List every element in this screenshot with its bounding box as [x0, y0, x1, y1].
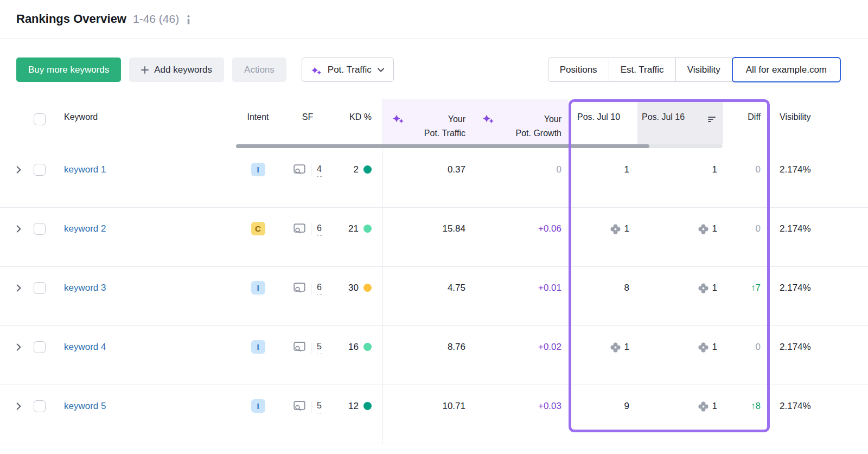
divider [311, 342, 311, 354]
expand-row-icon[interactable] [16, 225, 21, 233]
select-all-checkbox[interactable] [34, 113, 46, 125]
pot-traffic-value: 10.71 [442, 399, 465, 413]
row-checkbox[interactable] [34, 282, 46, 294]
col-header-keyword[interactable]: Keyword [53, 99, 232, 144]
results-range: 1-46 (46) [133, 12, 179, 25]
kd-value: 16 [348, 340, 359, 354]
serp-features-icon[interactable] [293, 164, 305, 178]
pos-jul16-value: 1 [712, 399, 717, 413]
serp-features-count[interactable]: 6 [317, 281, 322, 295]
pot-growth-value: +0.03 [538, 399, 561, 413]
divider [311, 283, 311, 295]
col-header-pos-jul10[interactable]: Pos. Jul 10 [568, 99, 637, 144]
col-header-intent[interactable]: Intent [232, 99, 284, 144]
pot-growth-value: 0 [557, 163, 561, 177]
serp-features-count[interactable]: 5 [317, 340, 322, 354]
expand-row-icon[interactable] [16, 402, 21, 410]
serp-features-icon[interactable] [293, 401, 305, 414]
table-row: keyword 1 I 4 2 0.37 0 1 1 0 2.174% [0, 149, 868, 208]
tab-est-traffic[interactable]: Est. Traffic [609, 57, 676, 82]
expand-row-icon[interactable] [16, 166, 21, 174]
kd-value: 2 [354, 163, 359, 177]
horizontal-scrollbar [0, 144, 868, 149]
pot-growth-value: +0.06 [538, 222, 561, 236]
serp-features-count[interactable]: 4 [317, 163, 322, 177]
row-checkbox[interactable] [34, 164, 46, 176]
serp-features-count[interactable]: 6 [317, 222, 322, 236]
pos-jul16-value: 1 [712, 340, 717, 354]
add-keywords-button[interactable]: Add keywords [129, 57, 224, 82]
serp-features-count[interactable]: 5 [317, 399, 322, 413]
tab-positions[interactable]: Positions [548, 57, 609, 82]
serp-feature-position-icon [698, 401, 709, 414]
serp-feature-position-icon [610, 224, 621, 237]
sparkles-icon [393, 114, 404, 124]
visibility-value: 2.174% [780, 399, 811, 413]
plus-icon [141, 66, 149, 74]
col-header-pot-growth[interactable]: YourPot. Growth [475, 99, 568, 144]
table-row: keyword 4 I 5 16 8.76 +0.02 1 1 0 2.1 [0, 326, 868, 385]
col-header-visibility[interactable]: Visibility [770, 99, 852, 144]
col-header-pos-jul16[interactable]: Pos. Jul 16 [637, 99, 723, 144]
visibility-value: 2.174% [780, 281, 811, 295]
row-checkbox[interactable] [34, 341, 46, 353]
kd-difficulty-dot [363, 343, 372, 351]
sparkles-icon [483, 114, 494, 124]
expand-row-icon[interactable] [16, 284, 21, 292]
metric-dropdown[interactable]: Pot. Traffic [302, 57, 394, 82]
kd-value: 30 [348, 281, 359, 295]
pos-jul10-value: 1 [624, 163, 629, 177]
diff-value: 0 [756, 340, 761, 354]
intent-badge: I [251, 163, 265, 176]
serp-features-icon[interactable] [293, 283, 305, 296]
kd-value: 21 [348, 222, 359, 236]
row-checkbox[interactable] [34, 223, 46, 235]
tab-visibility[interactable]: Visibility [675, 57, 732, 82]
keyword-link[interactable]: keyword 3 [64, 281, 106, 295]
col-header-pot-traffic[interactable]: YourPot. Traffic [382, 99, 475, 144]
pos-jul16-value: 1 [712, 222, 717, 236]
keyword-link[interactable]: keyword 1 [64, 163, 106, 177]
serp-features-icon[interactable] [293, 223, 305, 237]
col-header-diff[interactable]: Diff [723, 99, 770, 144]
kd-difficulty-dot [363, 402, 372, 410]
buy-more-keywords-button[interactable]: Buy more keywords [16, 57, 121, 82]
pos-jul16-value: 1 [712, 281, 717, 295]
table-row: keyword 3 I 6 30 4.75 +0.01 8 1 ↑7 2.174… [0, 267, 868, 326]
info-icon[interactable] [187, 15, 190, 24]
keyword-link[interactable]: keyword 2 [64, 222, 106, 236]
expand-row-icon[interactable] [16, 343, 21, 351]
keyword-link[interactable]: keyword 4 [64, 340, 106, 354]
intent-badge: C [251, 222, 265, 235]
serp-feature-position-icon [698, 283, 709, 296]
diff-value: ↑8 [751, 399, 761, 413]
col-header-kd[interactable]: KD % [331, 99, 382, 144]
intent-badge: I [251, 399, 265, 413]
sort-icon[interactable] [708, 116, 717, 123]
actions-button[interactable]: Actions [232, 57, 286, 82]
toolbar: Buy more keywords Add keywords Actions P… [0, 39, 868, 82]
divider [311, 164, 311, 176]
serp-feature-position-icon [610, 342, 621, 355]
sparkles-icon [311, 66, 322, 75]
kd-value: 12 [348, 399, 359, 413]
rankings-overview-page: Rankings Overview 1-46 (46) Buy more key… [0, 0, 868, 454]
row-checkbox[interactable] [34, 400, 46, 412]
serp-features-icon[interactable] [293, 342, 305, 355]
arrow-up-icon: ↑ [751, 401, 756, 411]
diff-value: ↑7 [751, 281, 761, 295]
pos-jul10-value: 8 [624, 281, 629, 295]
pot-traffic-value: 0.37 [448, 163, 465, 177]
tab-all-for-domain[interactable]: All for example.com [732, 57, 841, 82]
view-switcher: Positions Est. Traffic Visibility All fo… [548, 57, 841, 82]
chevron-down-icon [378, 68, 384, 72]
intent-badge: I [251, 281, 265, 295]
serp-feature-position-icon [698, 224, 709, 237]
pot-traffic-value: 4.75 [448, 281, 465, 295]
intent-badge: I [251, 340, 265, 354]
pos-jul16-value: 1 [712, 163, 717, 177]
col-header-sf[interactable]: SF [284, 99, 331, 144]
keyword-link[interactable]: keyword 5 [64, 399, 106, 413]
table-row: keyword 2 C 6 21 15.84 +0.06 1 1 0 2. [0, 208, 868, 267]
scrollbar-thumb[interactable] [236, 144, 649, 148]
